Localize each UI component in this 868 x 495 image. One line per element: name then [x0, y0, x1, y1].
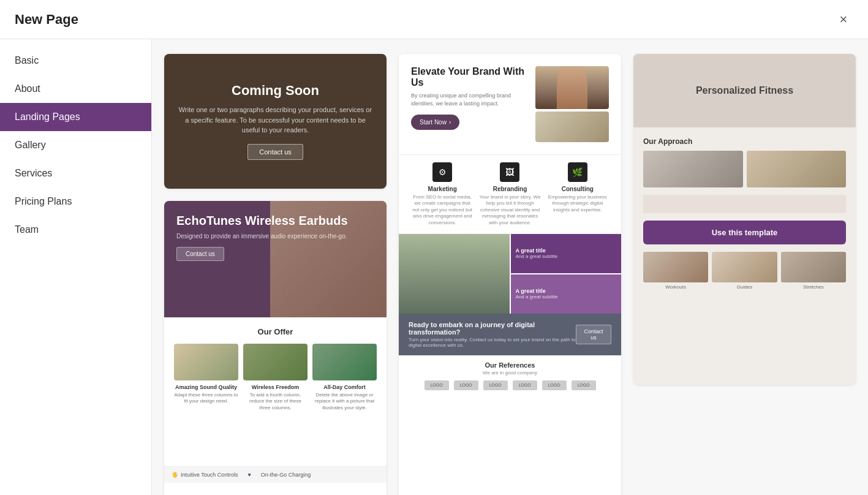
coming-soon-button[interactable]: Contact us: [247, 144, 303, 160]
offer-item-1: Amazing Sound Quality Adapt these three …: [174, 344, 238, 411]
page-title: New Page: [15, 12, 78, 28]
fitness-workouts: Workouts Guides Stretches: [643, 252, 846, 290]
grid-label-1: A great title And a great subtitle: [511, 234, 622, 273]
svc-consulting-title: Consulting: [546, 186, 609, 192]
sidebar-item-pricing-plans[interactable]: Pricing Plans: [0, 187, 151, 216]
fitness-progress-bar: [643, 195, 846, 213]
marketing-icon: ⚙: [432, 162, 452, 182]
elevate-cta: Ready to embark on a journey of digital …: [399, 314, 621, 355]
elevate-description: By creating unique and compelling brand …: [411, 92, 528, 107]
close-button[interactable]: ×: [834, 10, 853, 29]
grid-label-2: A great title And a great subtitle: [511, 274, 622, 314]
sidebar: Basic About Landing Pages Gallery Servic…: [0, 39, 152, 495]
fitness-img-1: [643, 151, 743, 187]
svc-rebranding: 🖼 Rebranding Your brand is your story. W…: [478, 162, 541, 226]
sidebar-item-team[interactable]: Team: [0, 216, 151, 244]
echotunes-button[interactable]: Contact us: [176, 247, 224, 261]
footer-icon-touch: 🖐 Intuitive Touch Controls: [172, 472, 238, 478]
fitness-body: Our Approach Use this template Workouts: [633, 127, 856, 385]
template-elevate[interactable]: Elevate Your Brand With Us By creating u…: [399, 54, 621, 495]
fitness-card-content: Personalized Fitness Our Approach Use th…: [633, 54, 856, 385]
coming-soon-card-content: Coming Soon Write one or two paragraphs …: [164, 54, 387, 189]
elevate-photo-grid: A great title And a great subtitle A gre…: [399, 234, 621, 314]
elevate-photos: [535, 66, 609, 142]
svc-marketing: ⚙ Marketing From SEO to social media, we…: [411, 162, 474, 226]
ref-logo-3: LOGO: [483, 380, 508, 390]
sidebar-item-services[interactable]: Services: [0, 159, 151, 187]
elevate-top: Elevate Your Brand With Us By creating u…: [399, 54, 621, 155]
workout-2: Guides: [712, 252, 777, 290]
ref-logo-5: LOGO: [542, 380, 567, 390]
templates-grid: Coming Soon Write one or two paragraphs …: [152, 39, 868, 495]
template-echotunes[interactable]: EchoTunes Wireless Earbuds Designed to p…: [164, 201, 387, 495]
elevate-card-content: Elevate Your Brand With Us By creating u…: [399, 54, 621, 336]
offer-item-2: Wireless Freedom To add a fourth column,…: [243, 344, 308, 411]
rebranding-icon: 🖼: [500, 162, 519, 182]
sidebar-item-gallery[interactable]: Gallery: [0, 131, 151, 159]
echotunes-card-content: EchoTunes Wireless Earbuds Designed to p…: [164, 201, 387, 483]
ref-logo-4: LOGO: [513, 380, 537, 390]
workout-3: Stretches: [781, 252, 846, 290]
sidebar-item-about[interactable]: About: [0, 75, 151, 103]
grid-photo-main: [399, 234, 510, 314]
echotunes-description: Designed to provide an immersive audio e…: [176, 233, 374, 240]
fitness-header: Personalized Fitness: [633, 54, 856, 127]
workout-1: Workouts: [643, 252, 708, 290]
offer-img-2: [243, 344, 308, 380]
elevate-photo-man: [535, 66, 609, 109]
svc-rebranding-title: Rebranding: [478, 186, 541, 192]
echotunes-title: EchoTunes Wireless Earbuds: [176, 213, 374, 228]
echotunes-footer: 🖐 Intuitive Touch Controls ♥ On-the-Go C…: [164, 466, 387, 483]
offer-img-3: [312, 344, 377, 380]
svc-marketing-title: Marketing: [411, 186, 474, 192]
sidebar-item-basic[interactable]: Basic: [0, 47, 151, 75]
consulting-icon: 🌿: [568, 162, 587, 182]
offer-item-3: All-Day Comfort Delete the above image o…: [312, 344, 377, 411]
our-offer-title: Our Offer: [174, 327, 377, 336]
template-coming-soon[interactable]: Coming Soon Write one or two paragraphs …: [164, 54, 387, 189]
elevate-cta-text: Ready to embark on a journey of digital …: [409, 321, 576, 348]
elevate-text: Elevate Your Brand With Us By creating u…: [411, 66, 528, 142]
ref-logo-1: LOGO: [425, 380, 449, 390]
heart-icon: ♥: [247, 472, 251, 478]
fitness-images: [643, 151, 846, 187]
echotunes-bottom: Our Offer Amazing Sound Quality Adapt th…: [164, 317, 387, 466]
elevate-title: Elevate Your Brand With Us: [411, 66, 528, 88]
ref-logo-6: LOGO: [572, 380, 596, 390]
svc-consulting: 🌿 Consulting Empowering your business th…: [546, 162, 609, 226]
modal-header: New Page ×: [0, 0, 868, 39]
elevate-cta-button[interactable]: Contact us: [576, 325, 611, 344]
footer-icon-charging: On-the-Go Charging: [261, 472, 311, 478]
elevate-photo-furniture: [535, 111, 609, 142]
svc-rebranding-desc: Your brand is your story. We help you te…: [478, 194, 541, 226]
sidebar-item-landing-pages[interactable]: Landing Pages: [0, 103, 151, 131]
echotunes-top: EchoTunes Wireless Earbuds Designed to p…: [164, 201, 387, 317]
elevate-start-button[interactable]: Start Now ›: [411, 115, 459, 130]
elevate-references: Our References We are in good company LO…: [399, 355, 621, 396]
ref-logo-2: LOGO: [454, 380, 478, 390]
fitness-img-2: [747, 151, 847, 187]
svc-consulting-desc: Empowering your business through strateg…: [546, 194, 609, 213]
coming-soon-body: Write one or two paragraphs describing y…: [176, 105, 374, 135]
reference-logos: LOGO LOGO LOGO LOGO LOGO LOGO: [409, 380, 611, 390]
coming-soon-title: Coming Soon: [232, 83, 319, 99]
template-fitness[interactable]: Personalized Fitness Our Approach Use th…: [633, 54, 856, 385]
offer-img-1: [174, 344, 238, 380]
fitness-title: Personalized Fitness: [696, 85, 793, 96]
use-template-button[interactable]: Use this template: [643, 221, 846, 244]
offer-grid: Amazing Sound Quality Adapt these three …: [174, 344, 377, 411]
modal-body: Basic About Landing Pages Gallery Servic…: [0, 39, 868, 495]
touch-icon: 🖐: [172, 472, 178, 478]
svc-marketing-desc: From SEO to social media, we create camp…: [411, 194, 474, 226]
elevate-services: ⚙ Marketing From SEO to social media, we…: [399, 155, 621, 234]
